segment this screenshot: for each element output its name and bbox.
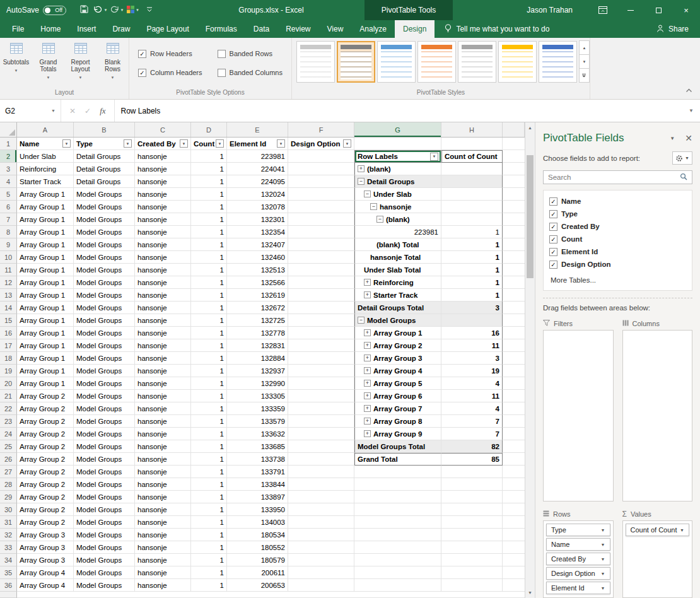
column-header-G[interactable]: G <box>354 122 441 137</box>
cell-F32[interactable] <box>288 529 354 541</box>
cell-F18[interactable] <box>288 352 354 365</box>
cell-B12[interactable]: Model Groups <box>74 276 135 289</box>
cell-E16[interactable]: 132778 <box>227 327 288 339</box>
cell-H26[interactable]: 85 <box>441 453 503 466</box>
cell-D31[interactable]: 1 <box>191 516 227 529</box>
cell-partial-24[interactable] <box>503 428 525 440</box>
cell-A21[interactable]: Array Group 2 <box>17 390 74 402</box>
cell-partial-16[interactable] <box>503 327 525 339</box>
cell-E36[interactable]: 200653 <box>227 579 288 592</box>
field-item-element-id[interactable]: ✓Element Id <box>549 245 686 258</box>
expand-icon[interactable]: + <box>364 367 371 374</box>
cell-F10[interactable] <box>288 251 354 264</box>
column-header-H[interactable]: H <box>441 122 503 137</box>
column-header-E[interactable]: E <box>227 122 288 137</box>
cell-F27[interactable] <box>288 466 354 478</box>
cell-H31[interactable] <box>441 516 503 529</box>
cell-partial-22[interactable] <box>503 402 525 415</box>
pivot-style-thumb-3[interactable] <box>377 41 416 83</box>
cell-C8[interactable]: hansonje <box>135 226 191 238</box>
pivot-style-thumb-7[interactable] <box>539 41 577 83</box>
cell-H34[interactable] <box>441 554 503 566</box>
undo-button[interactable]: ▼ <box>93 2 108 18</box>
cell-A1[interactable]: Name▼ <box>17 138 74 150</box>
column-header-D[interactable]: D <box>191 122 227 137</box>
cell-A3[interactable]: Reinforcing <box>17 163 74 175</box>
cell-C19[interactable]: hansonje <box>135 365 191 377</box>
chip-dropdown-icon[interactable]: ▼ <box>601 572 605 576</box>
cell-H14[interactable]: 3 <box>441 302 503 314</box>
cell-G8[interactable]: 223981 <box>354 226 441 238</box>
share-button[interactable]: Share <box>645 20 700 38</box>
cell-partial-25[interactable] <box>503 440 525 453</box>
cell-A31[interactable]: Array Group 2 <box>17 516 74 529</box>
cell-C2[interactable]: hansonje <box>135 150 191 163</box>
checkbox-row-headers[interactable]: ✓Row Headers <box>138 50 202 58</box>
field-chip-design-option[interactable]: Design Option▼ <box>546 567 610 580</box>
autosave-pill[interactable]: Off <box>43 6 66 15</box>
chip-dropdown-icon[interactable]: ▼ <box>601 542 605 547</box>
autofilter-icon[interactable]: ▼ <box>216 139 224 148</box>
cell-C7[interactable]: hansonje <box>135 213 191 226</box>
row-header-31[interactable]: 31 <box>0 516 17 529</box>
field-checkbox[interactable]: ✓ <box>549 261 557 269</box>
cell-E13[interactable]: 132619 <box>227 289 288 302</box>
cell-A32[interactable]: Array Group 3 <box>17 529 74 541</box>
cell-E25[interactable]: 133685 <box>227 440 288 453</box>
cell-G9[interactable]: (blank) Total <box>354 238 441 251</box>
cell-C5[interactable]: hansonje <box>135 188 191 201</box>
cell-H18[interactable]: 3 <box>441 352 503 365</box>
ribbon-display-options-button[interactable] <box>589 0 617 20</box>
cell-H23[interactable]: 7 <box>441 415 503 428</box>
cell-H29[interactable] <box>441 491 503 503</box>
cell-C31[interactable]: hansonje <box>135 516 191 529</box>
row-header-22[interactable]: 22 <box>0 402 17 415</box>
cell-F33[interactable] <box>288 541 354 554</box>
expand-icon[interactable]: + <box>364 380 371 387</box>
cell-C20[interactable]: hansonje <box>135 377 191 390</box>
cell-G24[interactable]: +Array Group 9 <box>354 428 441 440</box>
column-header-B[interactable]: B <box>74 122 135 137</box>
area-dropzone-rows[interactable]: Type▼Name▼Created By▼Design Option▼Eleme… <box>543 520 614 598</box>
row-header-16[interactable]: 16 <box>0 327 17 339</box>
cell-E2[interactable]: 223981 <box>227 150 288 163</box>
pane-options-dropdown-icon[interactable]: ▼ <box>670 136 675 141</box>
field-chip-element-id[interactable]: Element Id▼ <box>546 582 610 594</box>
row-header-34[interactable]: 34 <box>0 554 17 566</box>
maximize-button[interactable] <box>645 0 672 20</box>
cell-A17[interactable]: Array Group 1 <box>17 339 74 352</box>
cell-partial-3[interactable] <box>503 163 525 175</box>
cell-C10[interactable]: hansonje <box>135 251 191 264</box>
cell-G29[interactable] <box>354 491 441 503</box>
cell-A20[interactable]: Array Group 1 <box>17 377 74 390</box>
cell-H25[interactable]: 82 <box>441 440 503 453</box>
cell-F1[interactable]: Design Option▼ <box>288 138 354 150</box>
cell-partial-6[interactable] <box>503 201 525 213</box>
cell-F24[interactable] <box>288 428 354 440</box>
cell-A15[interactable]: Array Group 1 <box>17 314 74 327</box>
cell-B35[interactable]: Model Groups <box>74 566 135 579</box>
checkbox-box[interactable]: ✓ <box>138 69 146 77</box>
cell-D7[interactable]: 1 <box>191 213 227 226</box>
row-header-15[interactable]: 15 <box>0 314 17 327</box>
cell-G2[interactable]: Row Labels▼ <box>354 150 441 163</box>
cell-H3[interactable] <box>441 163 503 175</box>
row-header-14[interactable]: 14 <box>0 302 17 314</box>
cell-G28[interactable] <box>354 478 441 491</box>
row-header-4[interactable]: 4 <box>0 175 17 188</box>
cell-partial-9[interactable] <box>503 238 525 251</box>
gallery-more-button[interactable] <box>579 68 590 83</box>
cell-D24[interactable]: 1 <box>191 428 227 440</box>
cell-partial-7[interactable] <box>503 213 525 226</box>
gallery-scroll-down-button[interactable]: ▼ <box>579 54 590 69</box>
tell-me-box[interactable]: Tell me what you want to do <box>435 20 559 38</box>
tab-design[interactable]: Design <box>395 20 435 38</box>
cell-B4[interactable]: Detail Groups <box>74 175 135 188</box>
cell-partial-23[interactable] <box>503 415 525 428</box>
area-dropzone-filters[interactable] <box>543 330 614 501</box>
pivot-style-thumb-5[interactable] <box>458 41 496 83</box>
tab-analyze[interactable]: Analyze <box>351 20 395 38</box>
row-header-13[interactable]: 13 <box>0 289 17 302</box>
cell-B28[interactable]: Model Groups <box>74 478 135 491</box>
cell-D34[interactable]: 1 <box>191 554 227 566</box>
